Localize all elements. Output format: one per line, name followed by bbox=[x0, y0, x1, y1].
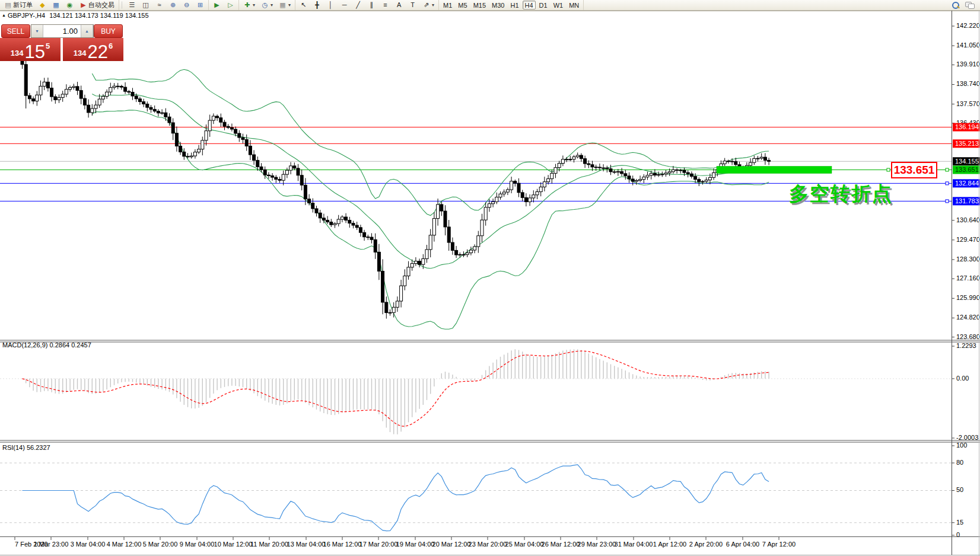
time-tick-label: 9 Mar 04:00 bbox=[180, 541, 215, 548]
buy-price-button[interactable]: 134226 bbox=[63, 38, 123, 61]
new-order-button[interactable]: ▤ 新订单 bbox=[2, 1, 35, 9]
toolbar-group-objects: ↖ ╋ │ ─ ╱ ∥ ≡ A T ⇗▾ bbox=[295, 0, 439, 10]
price-annotation-box[interactable]: 133.651 bbox=[891, 162, 937, 178]
auto-scroll-button[interactable]: ▶ bbox=[211, 1, 223, 9]
tile-windows-button[interactable]: ⊞ bbox=[194, 1, 206, 9]
crosshair-icon: ╋ bbox=[313, 1, 321, 9]
toolbar-group-scroll: ▶ ▷ bbox=[209, 0, 239, 10]
search-icon[interactable] bbox=[952, 2, 959, 9]
volume-value[interactable]: 1.00 bbox=[43, 25, 81, 37]
chat-icon[interactable] bbox=[965, 2, 974, 8]
chart-profile-button[interactable]: ◆ bbox=[36, 1, 49, 9]
timeframe-button-m1[interactable]: M1 bbox=[441, 1, 454, 9]
templates-button[interactable]: ▦▾ bbox=[276, 1, 293, 9]
data-window-icon: ◉ bbox=[66, 1, 74, 9]
cursor-button[interactable]: ↖ bbox=[297, 1, 310, 9]
macd-axis-label: 0.00 bbox=[956, 375, 969, 382]
toolbar-group-timeframes: M1M5M15M30H1H4D1W1MN bbox=[439, 0, 584, 10]
market-watch-button[interactable]: ▦ bbox=[50, 1, 62, 9]
sell-pips: 15 bbox=[24, 44, 44, 60]
equidistant-channel-icon: ∥ bbox=[368, 1, 376, 9]
toolbar-group-standard: ▤ 新订单 ◆ ▦ ◉ ▶ 自动交易 bbox=[0, 0, 119, 10]
price-level-label-text: 136.194 bbox=[955, 123, 979, 130]
time-tick-label: 5 Mar 20:00 bbox=[143, 541, 178, 548]
one-click-toggle-icon[interactable]: ▲ bbox=[2, 13, 6, 17]
rsi-axis-label: 50 bbox=[956, 486, 963, 493]
highlight-zone[interactable] bbox=[717, 167, 832, 174]
line-chart-icon: ≈ bbox=[155, 1, 163, 9]
periods-button[interactable]: ◷▾ bbox=[259, 1, 275, 9]
main-toolbar: ▤ 新订单 ◆ ▦ ◉ ▶ 自动交易 ☰ ◫ ≈ ⊕ ⊖ ⊞ ▶ ▷ ✚▾ ◷▾… bbox=[0, 0, 980, 11]
timeframe-button-w1[interactable]: W1 bbox=[551, 1, 566, 9]
chevron-down-icon: ▾ bbox=[288, 2, 291, 8]
price-tick-label: 142.220 bbox=[956, 22, 980, 29]
candlestick-chart-button[interactable]: ◫ bbox=[139, 1, 152, 9]
price-level-label-text: 132.844 bbox=[955, 180, 979, 187]
time-tick-label: 7 Apr 12:00 bbox=[762, 541, 796, 548]
horizontal-line-button[interactable]: ─ bbox=[338, 1, 351, 9]
equidistant-channel-button[interactable]: ∥ bbox=[365, 1, 378, 9]
zoom-in-button[interactable]: ⊕ bbox=[167, 1, 179, 9]
timeframe-button-m5[interactable]: M5 bbox=[456, 1, 469, 9]
buy-pips: 22 bbox=[87, 44, 107, 60]
trendline-button[interactable]: ╱ bbox=[352, 1, 364, 9]
tile-windows-icon: ⊞ bbox=[196, 1, 204, 9]
bar-chart-icon: ☰ bbox=[128, 1, 136, 9]
time-tick-label: 11 Mar 20:00 bbox=[250, 541, 288, 548]
rsi-axis-label: 0 bbox=[956, 531, 960, 538]
time-tick-label: 13 Mar 04:00 bbox=[287, 541, 326, 548]
rsi-header: RSI(14) 56.2327 bbox=[2, 444, 50, 451]
sell-price-button[interactable]: 134155 bbox=[0, 38, 61, 61]
toolbar-group-indicators: ✚▾ ◷▾ ▦▾ bbox=[239, 0, 295, 10]
buy-button[interactable]: BUY bbox=[94, 24, 123, 38]
price-tick-label: 129.470 bbox=[956, 236, 980, 243]
timeframe-button-d1[interactable]: D1 bbox=[537, 1, 550, 9]
arrows-button[interactable]: ⇗▾ bbox=[420, 1, 437, 9]
buy-point: 6 bbox=[109, 41, 113, 50]
chevron-down-icon: ▾ bbox=[253, 2, 255, 8]
chevron-down-icon: ▾ bbox=[432, 2, 434, 8]
symbol-header: ▲GBPJPY-,H4134.121 134.173 134.119 134.1… bbox=[2, 12, 149, 19]
sell-point: 5 bbox=[46, 41, 50, 50]
autotrading-button[interactable]: ▶ 自动交易 bbox=[77, 1, 117, 9]
fibonacci-button[interactable]: ≡ bbox=[379, 1, 392, 9]
new-order-label: 新订单 bbox=[13, 1, 33, 9]
volume-increase-button[interactable]: ▲ bbox=[81, 25, 93, 37]
price-tick-label: 138.740 bbox=[956, 80, 980, 87]
time-tick-label: 1 Mar 23:00 bbox=[34, 541, 69, 548]
buy-big-figure: 134 bbox=[74, 49, 87, 57]
timeframe-button-h1[interactable]: H1 bbox=[508, 1, 521, 9]
line-chart-button[interactable]: ≈ bbox=[153, 1, 166, 9]
chevron-down-icon: ▾ bbox=[271, 2, 273, 8]
vertical-line-button[interactable]: │ bbox=[324, 1, 337, 9]
horizontal-line-icon: ─ bbox=[341, 1, 348, 9]
line-handle[interactable] bbox=[946, 168, 949, 171]
timeframe-button-m15[interactable]: M15 bbox=[471, 1, 488, 9]
pivot-annotation-text[interactable]: 多空转折点 bbox=[789, 181, 893, 207]
timeframe-button-h4[interactable]: H4 bbox=[523, 1, 536, 9]
auto-scroll-icon: ▶ bbox=[213, 1, 221, 9]
line-handle[interactable] bbox=[887, 168, 890, 171]
timeframe-button-m30[interactable]: M30 bbox=[489, 1, 507, 9]
chart-shift-button[interactable]: ▷ bbox=[224, 1, 237, 9]
time-tick-label: 16 Mar 12:00 bbox=[323, 541, 362, 548]
price-tick-label: 124.820 bbox=[956, 314, 980, 321]
text-icon: A bbox=[395, 1, 403, 9]
text-label-icon: T bbox=[409, 1, 416, 9]
line-handle[interactable] bbox=[946, 200, 949, 203]
time-tick-label: 25 Mar 04:00 bbox=[505, 541, 544, 548]
text-button[interactable]: A bbox=[393, 1, 405, 9]
new-order-icon: ▤ bbox=[4, 1, 12, 9]
line-handle[interactable] bbox=[946, 182, 949, 185]
sell-button[interactable]: SELL bbox=[1, 24, 30, 38]
volume-decrease-button[interactable]: ▼ bbox=[31, 25, 43, 37]
crosshair-button[interactable]: ╋ bbox=[311, 1, 323, 9]
timeframe-button-mn[interactable]: MN bbox=[567, 1, 581, 9]
bar-chart-button[interactable]: ☰ bbox=[126, 1, 138, 9]
zoom-out-button[interactable]: ⊖ bbox=[180, 1, 193, 9]
text-label-button[interactable]: T bbox=[406, 1, 419, 9]
indicators-button[interactable]: ✚▾ bbox=[241, 1, 257, 9]
chart-canvas[interactable]: 142.220141.050139.910138.740137.570136.4… bbox=[0, 0, 980, 556]
price-tick-label: 130.640 bbox=[956, 216, 980, 223]
data-window-button[interactable]: ◉ bbox=[63, 1, 76, 9]
